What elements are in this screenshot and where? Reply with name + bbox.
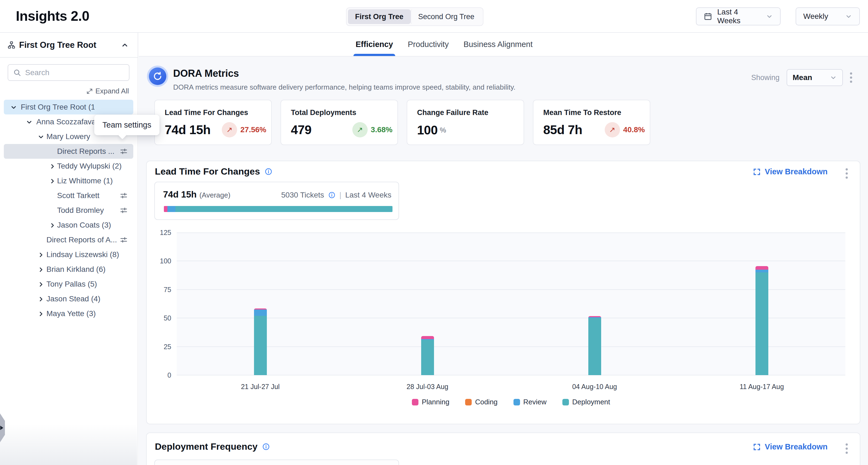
tree-item-label: Mary Lowery bbox=[46, 132, 90, 141]
date-range-dropdown[interactable]: Last 4 Weeks bbox=[696, 7, 781, 25]
trend-up-arrow-icon: ↗ bbox=[222, 122, 237, 137]
page: Insights 2.0 First Org Tree Second Org T… bbox=[0, 0, 868, 465]
metric-delta-badge: ↗27.56% bbox=[222, 122, 266, 137]
y-tick-label: 100 bbox=[147, 257, 171, 265]
team-settings-icon[interactable] bbox=[120, 206, 128, 214]
chevron-right-icon[interactable] bbox=[37, 310, 45, 318]
dora-kebab-menu-icon[interactable] bbox=[850, 72, 852, 83]
lead-time-kebab-menu-icon[interactable] bbox=[846, 168, 848, 179]
lead-time-view-breakdown-button[interactable]: View Breakdown bbox=[753, 167, 828, 176]
legend-item-planning[interactable]: Planning bbox=[412, 398, 449, 406]
expand-all-label: Expand All bbox=[95, 87, 129, 95]
stacked-bar[interactable] bbox=[421, 336, 434, 375]
y-tick-label: 75 bbox=[147, 286, 171, 294]
x-tick-label: 04 Aug-10 Aug bbox=[511, 383, 678, 391]
granularity-value: Weekly bbox=[803, 12, 840, 21]
info-icon[interactable] bbox=[265, 167, 273, 176]
stacked-bar[interactable] bbox=[254, 308, 267, 375]
tree-row[interactable]: Todd Bromley bbox=[4, 203, 133, 218]
tooltip-text: Team settings bbox=[102, 121, 151, 129]
main-tabs: Efficiency Productivity Business Alignme… bbox=[354, 33, 534, 56]
team-settings-icon[interactable] bbox=[120, 191, 128, 200]
legend-item-coding[interactable]: Coding bbox=[465, 398, 497, 406]
sidebar-fade bbox=[0, 424, 137, 465]
metric-card-value-row: 479↗3.68% bbox=[291, 122, 393, 137]
summary-meta: 5030 Tickets | Last 4 Weeks bbox=[281, 191, 392, 199]
info-icon[interactable] bbox=[262, 443, 270, 451]
view-breakdown-label: View Breakdown bbox=[765, 167, 828, 176]
tree-row[interactable]: Lindsay Liszewski (8) bbox=[4, 247, 133, 262]
metric-card-value: 74d 15h bbox=[165, 122, 211, 137]
tree-row[interactable]: Jason Coats (3) bbox=[4, 218, 133, 232]
metric-card: Lead Time For Changes74d 15h↗27.56% bbox=[154, 100, 272, 145]
deployment-summary-card bbox=[154, 460, 399, 465]
expand-all-button[interactable]: Expand All bbox=[86, 87, 129, 95]
search-input[interactable]: Search bbox=[8, 64, 129, 81]
team-settings-icon[interactable] bbox=[120, 147, 128, 155]
x-tick-label: 21 Jul-27 Jul bbox=[177, 383, 344, 391]
chevron-down-icon[interactable] bbox=[37, 133, 45, 141]
chevron-down-icon[interactable] bbox=[25, 118, 33, 126]
metric-delta-value: 3.68% bbox=[371, 125, 393, 134]
expand-all-icon bbox=[86, 88, 93, 95]
chevron-down-icon bbox=[766, 13, 773, 20]
tree-row[interactable]: Direct Reports of A... bbox=[4, 232, 133, 247]
dora-section-subtitle: DORA metrics measure software delivery p… bbox=[173, 83, 516, 92]
collapse-tree-chevron-up-icon[interactable] bbox=[120, 40, 129, 50]
deployment-view-breakdown-button[interactable]: View Breakdown bbox=[753, 442, 828, 451]
tree-row[interactable]: Teddy Wylupski (2) bbox=[4, 159, 133, 174]
tab-business-alignment[interactable]: Business Alignment bbox=[462, 33, 534, 56]
stacked-bar[interactable] bbox=[755, 266, 768, 375]
summary-value: 74d 15h bbox=[163, 189, 197, 200]
trend-up-arrow-icon: ↗ bbox=[605, 122, 620, 137]
tree-row[interactable]: Maya Yette (3) bbox=[4, 306, 133, 321]
info-icon[interactable] bbox=[328, 191, 336, 199]
bar-segment-deployment bbox=[755, 272, 768, 375]
tree-item-label: First Org Tree Root (1) bbox=[21, 103, 94, 112]
tree-row[interactable]: Brian Kirkland (6) bbox=[4, 262, 133, 277]
calendar-icon bbox=[704, 12, 712, 21]
bar-segment-deployment bbox=[421, 340, 434, 375]
summary-top-row: 74d 15h (Average) 5030 Tickets | Last 4 … bbox=[163, 189, 392, 200]
chevron-right-icon[interactable] bbox=[49, 222, 56, 229]
deployment-kebab-menu-icon[interactable] bbox=[846, 443, 848, 454]
tree-row[interactable]: Liz Whittome (1) bbox=[4, 174, 133, 188]
tree-row[interactable]: Direct Reports ... bbox=[4, 144, 133, 159]
stacked-bar[interactable] bbox=[588, 316, 601, 375]
metric-card: Mean Time To Restore85d 7h↗40.8% bbox=[533, 100, 650, 145]
chevron-right-icon[interactable] bbox=[37, 266, 45, 274]
team-settings-icon[interactable] bbox=[120, 236, 128, 244]
legend-label: Planning bbox=[422, 398, 449, 406]
chevron-right-icon[interactable] bbox=[37, 281, 45, 288]
tree-row[interactable]: First Org Tree Root (1) bbox=[4, 100, 133, 115]
showing-dropdown[interactable]: Mean bbox=[786, 69, 843, 86]
deployment-frequency-title-row: Deployment Frequency bbox=[155, 441, 270, 452]
legend-item-review[interactable]: Review bbox=[514, 398, 547, 406]
header-controls: Last 4 Weeks Weekly bbox=[696, 7, 860, 25]
showing-value: Mean bbox=[793, 73, 827, 82]
chevron-right-icon[interactable] bbox=[37, 251, 45, 259]
chevron-right-icon[interactable] bbox=[37, 295, 45, 303]
metric-card-title: Lead Time For Changes bbox=[165, 108, 265, 117]
tree-item-label: Todd Bromley bbox=[57, 206, 104, 215]
chevron-right-icon[interactable] bbox=[49, 162, 56, 170]
legend-swatch bbox=[412, 399, 418, 405]
tree-row[interactable]: Tony Pallas (5) bbox=[4, 277, 133, 291]
tab-second-org-tree[interactable]: Second Org Tree bbox=[410, 9, 482, 24]
legend-item-deployment[interactable]: Deployment bbox=[562, 398, 610, 406]
bar-segment-review bbox=[254, 310, 267, 316]
granularity-dropdown[interactable]: Weekly bbox=[796, 7, 860, 25]
tree-row[interactable]: Scott Tarkett bbox=[4, 188, 133, 203]
tickets-count: 5030 Tickets bbox=[281, 191, 324, 199]
sidebar-header: First Org Tree Root bbox=[0, 33, 138, 58]
chevron-down-icon[interactable] bbox=[10, 103, 18, 111]
tab-productivity[interactable]: Productivity bbox=[407, 33, 450, 56]
chevron-right-icon[interactable] bbox=[49, 177, 56, 185]
tree-row[interactable]: Jason Stead (4) bbox=[4, 291, 133, 306]
tab-first-org-tree[interactable]: First Org Tree bbox=[348, 9, 410, 24]
expand-corners-icon bbox=[753, 443, 761, 451]
tab-efficiency[interactable]: Efficiency bbox=[354, 33, 394, 56]
metric-card-title: Total Deployments bbox=[291, 108, 392, 117]
tree-item-label: Direct Reports ... bbox=[57, 147, 115, 156]
phase-segment-deployment bbox=[175, 206, 393, 212]
